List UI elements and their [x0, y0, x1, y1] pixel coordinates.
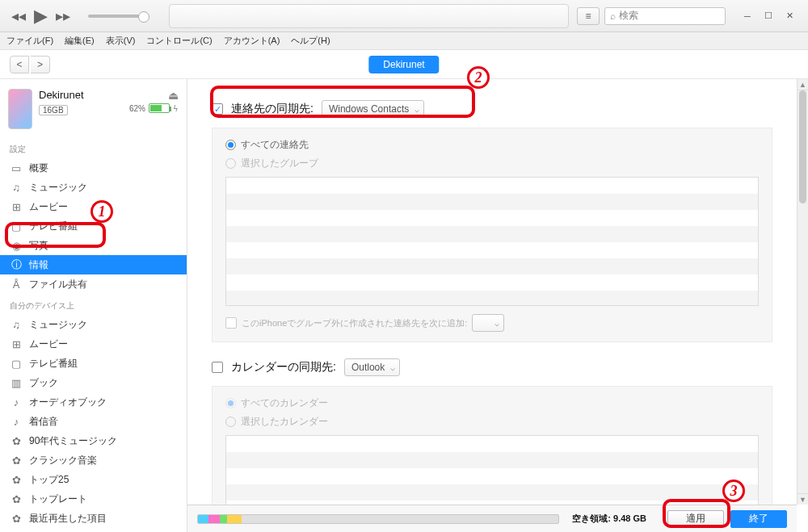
search-placeholder: 検索: [619, 9, 638, 23]
calendars-sync-checkbox[interactable]: [212, 362, 223, 373]
sidebar-item-icon: ⓘ: [10, 258, 23, 272]
sidebar-item-ondevice[interactable]: ✿トップ25: [0, 470, 187, 489]
sidebar-item-ondevice[interactable]: ▢テレビ番組: [0, 354, 187, 373]
sidebar-item-label: 90年代ミュージック: [29, 434, 117, 448]
window-maximize-button[interactable]: ☐: [760, 9, 777, 23]
done-button[interactable]: 終了: [730, 510, 787, 528]
sidebar-item-icon: ✿: [10, 455, 23, 467]
calendars-sync-dropdown[interactable]: Outlook: [344, 358, 400, 376]
contacts-options-box: すべての連絡先 選択したグループ このiPhoneでグループ外に作成された連絡先…: [212, 128, 772, 342]
sidebar-item-settings[interactable]: ♫ミュージック: [0, 178, 187, 197]
nav-row: < > Dekirunet: [0, 50, 808, 79]
sidebar-item-label: オーディオブック: [29, 396, 107, 409]
radio-icon: [225, 417, 236, 427]
contacts-add-outside-dropdown[interactable]: [472, 314, 504, 332]
sidebar-item-icon: ⊞: [10, 201, 23, 213]
sidebar-item-settings[interactable]: ⓘ情報: [0, 255, 187, 274]
device-tab[interactable]: Dekirunet: [368, 56, 439, 73]
contacts-add-outside-label: このiPhoneでグループ外に作成された連絡先を次に追加:: [242, 317, 467, 329]
list-view-button[interactable]: ≡: [577, 7, 600, 25]
volume-slider[interactable]: [88, 15, 145, 18]
menu-view[interactable]: 表示(V): [106, 35, 136, 47]
nav-back-button[interactable]: <: [10, 56, 29, 73]
player-bar: ◂◂ ▶ ▸▸ ≡ ⌕ 検索 ─ ☐ ✕: [0, 0, 808, 32]
window-minimize-button[interactable]: ─: [739, 9, 756, 23]
sidebar-item-settings[interactable]: ▢テレビ番組: [0, 216, 187, 236]
sidebar-item-icon: ◉: [10, 240, 23, 252]
vertical-scrollbar[interactable]: ▲ ▼: [797, 79, 808, 505]
sidebar-item-icon: ▭: [10, 162, 23, 174]
menu-help[interactable]: ヘルプ(H): [291, 35, 330, 47]
sidebar-item-label: ブック: [29, 376, 58, 390]
sidebar-item-label: 情報: [29, 258, 48, 272]
calendars-radio-all[interactable]: すべてのカレンダー: [225, 396, 759, 410]
menu-bar: ファイル(F) 編集(E) 表示(V) コントロール(C) アカウント(A) ヘ…: [0, 32, 808, 50]
sidebar-item-icon: ✿: [10, 493, 23, 505]
next-track-button[interactable]: ▸▸: [56, 7, 70, 25]
sidebar-item-ondevice[interactable]: ⊞ムービー: [0, 334, 187, 354]
content-pane: ✓ 連絡先の同期先: Windows Contacts すべての連絡先 選択した…: [187, 79, 808, 532]
sidebar-item-icon: ✿: [10, 474, 23, 486]
contacts-radio-all[interactable]: すべての連絡先: [225, 138, 759, 152]
sidebar-item-icon: Å: [10, 279, 23, 291]
menu-edit[interactable]: 編集(E): [65, 35, 95, 47]
sidebar-item-settings[interactable]: ▭概要: [0, 158, 187, 178]
calendars-sync-label: カレンダーの同期先:: [231, 360, 336, 375]
sidebar-item-ondevice[interactable]: ✿クラシック音楽: [0, 450, 187, 470]
sidebar-item-label: テレビ番組: [29, 357, 78, 371]
charging-icon: ϟ: [173, 104, 179, 113]
window-close-button[interactable]: ✕: [781, 9, 798, 23]
scroll-down-icon[interactable]: ▼: [797, 493, 808, 505]
sidebar-item-label: ミュージック: [29, 181, 87, 195]
apply-button[interactable]: 適用: [667, 510, 724, 528]
battery-icon: [149, 103, 170, 113]
sidebar-item-ondevice[interactable]: ♪着信音: [0, 412, 187, 431]
sidebar-item-ondevice[interactable]: ♪オーディオブック: [0, 392, 187, 412]
menu-account[interactable]: アカウント(A): [224, 35, 280, 47]
sidebar-item-ondevice[interactable]: ✿90年代ミュージック: [0, 431, 187, 450]
sidebar-item-icon: ♪: [10, 396, 23, 408]
radio-icon: [225, 158, 236, 169]
contacts-radio-groups[interactable]: 選択したグループ: [225, 157, 759, 170]
device-name: Dekirunet: [39, 89, 123, 101]
menu-file[interactable]: ファイル(F): [6, 35, 53, 47]
search-icon: ⌕: [610, 10, 616, 22]
sidebar-item-settings[interactable]: ⊞ムービー: [0, 197, 187, 216]
sidebar-item-ondevice[interactable]: ✿最近再生した項目: [0, 509, 187, 528]
sidebar-item-settings[interactable]: Åファイル共有: [0, 274, 187, 294]
sidebar-item-label: クラシック音楽: [29, 454, 97, 467]
prev-track-button[interactable]: ◂◂: [11, 7, 26, 25]
radio-icon: [225, 398, 236, 408]
capacity-bar: [197, 514, 559, 524]
capacity-bar-row: 空き領域: 9.48 GB 適用 終了: [187, 505, 797, 532]
search-input[interactable]: ⌕ 検索: [604, 7, 726, 25]
contacts-sync-label: 連絡先の同期先:: [231, 102, 314, 116]
sidebar-item-icon: ▢: [10, 358, 23, 370]
contacts-sync-dropdown[interactable]: Windows Contacts: [322, 100, 424, 118]
nav-forward-button[interactable]: >: [31, 56, 50, 73]
calendars-radio-selected[interactable]: 選択したカレンダー: [225, 415, 759, 429]
sidebar-item-ondevice[interactable]: ▥ブック: [0, 373, 187, 392]
sidebar-item-label: 概要: [29, 161, 48, 175]
eject-icon[interactable]: ⏏: [129, 89, 179, 102]
scroll-thumb[interactable]: [799, 90, 806, 203]
play-button[interactable]: ▶: [34, 6, 48, 27]
sidebar-item-ondevice[interactable]: ✿トップレート: [0, 489, 187, 509]
sidebar-item-icon: ✿: [10, 513, 23, 525]
sidebar-item-label: ムービー: [29, 337, 68, 351]
sidebar-item-ondevice[interactable]: ♫ミュージック: [0, 315, 187, 334]
scroll-up-icon[interactable]: ▲: [797, 79, 808, 90]
playback-controls: ◂◂ ▶ ▸▸: [5, 6, 161, 27]
settings-heading: 設定: [0, 137, 187, 158]
menu-controls[interactable]: コントロール(C): [146, 35, 212, 47]
sidebar-item-label: トップ25: [29, 473, 69, 487]
sidebar-item-label: トップレート: [29, 492, 87, 506]
calendars-options-box: すべてのカレンダー 選択したカレンダー: [212, 386, 772, 505]
calendars-list: [225, 435, 759, 505]
sidebar: Dekirunet 16GB ⏏ 62% ϟ 設定 ▭概要♫ミュージック⊞ムービ…: [0, 79, 187, 532]
battery-percent: 62%: [129, 104, 145, 113]
contacts-sync-checkbox[interactable]: ✓: [212, 103, 223, 115]
sidebar-item-settings[interactable]: ◉写真: [0, 236, 187, 255]
now-playing-display: [169, 4, 569, 28]
contacts-add-outside-checkbox[interactable]: [225, 317, 237, 329]
